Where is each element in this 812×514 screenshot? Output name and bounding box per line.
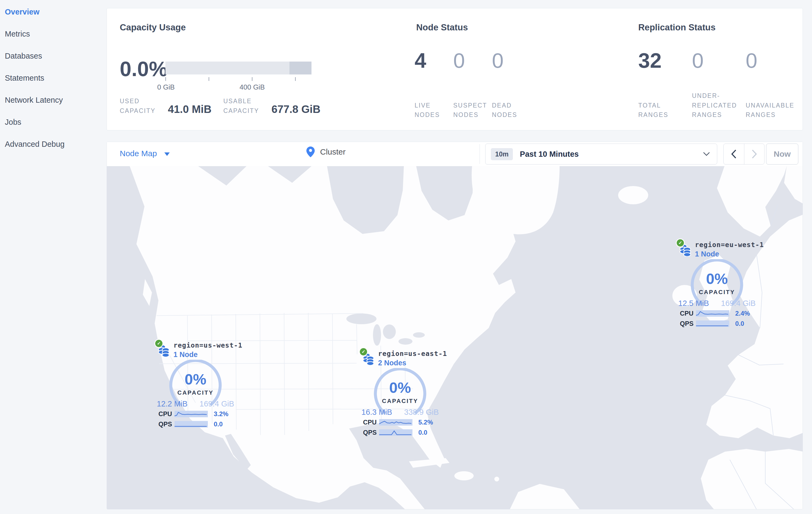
region-node-count-link[interactable]: 1 Node [173,351,198,359]
lake [373,324,381,346]
region-used-capacity: 12.5 MiB [678,299,709,308]
suspect-nodes-count: 0 [453,50,492,71]
capacity-usage-title: Capacity Usage [120,22,186,32]
usable-capacity-value: 677.8 GiB [271,104,320,116]
cpu-value: 2.4% [735,310,755,317]
lake [399,338,412,345]
sidebar-item-statements[interactable]: Statements [0,71,107,92]
time-range-badge: 10m [491,148,513,160]
region-marker-eu-west-1[interactable]: ✓ region=eu-west-1 1 Node 0% CAPACITY [677,241,757,328]
total-ranges-count: 32 [638,50,692,71]
sidebar-item-jobs[interactable]: Jobs [0,114,107,137]
time-range-label: Past 10 Minutes [520,150,579,159]
used-capacity-value: 41.0 MiB [168,104,211,116]
now-button[interactable]: Now [766,143,798,164]
breadcrumb[interactable]: Cluster [307,146,346,157]
qps-sparkline [696,320,729,327]
capacity-axis-tick [252,77,253,81]
dead-nodes-label: DEAD NODES [492,101,530,120]
region-header: ✓ region=us-east-1 2 Nodes [360,350,440,368]
cpu-sparkline [175,411,208,417]
sidebar-item-advanced-debug[interactable]: Advanced Debug [0,137,107,159]
healthy-check-icon: ✓ [155,340,163,347]
region-marker-us-west-1[interactable]: ✓ region=us-west-1 1 Node 0% CAPACITY [155,342,236,429]
capacity-axis-tick [295,77,296,81]
region-node-count-link[interactable]: 1 Node [695,250,719,258]
capacity-axis-tick [166,77,166,81]
capacity-bar-available-segment [166,61,289,75]
sidebar-item-network-latency[interactable]: Network Latency [0,92,107,114]
replication-status-title: Replication Status [638,22,716,32]
live-nodes-label: LIVE NODES [414,101,453,120]
region-name: region=us-east-1 [378,350,447,357]
sidebar-item-metrics[interactable]: Metrics [0,26,107,48]
time-next-button[interactable] [744,144,764,164]
toolbar-divider [480,144,480,164]
time-prev-button[interactable] [724,144,744,164]
sidebar-item-databases[interactable]: Databases [0,48,107,71]
cpu-label: CPU [363,418,379,426]
lake [346,314,376,324]
gauge-percent: 0% [688,270,747,288]
node-map-panel: Node Map Cluster 10m Past 10 Minutes [107,142,803,509]
chevron-right-icon [752,150,757,159]
cpu-sparkline [696,310,729,317]
qps-label: QPS [158,421,175,428]
qps-sparkline [379,429,412,436]
healthy-check-icon: ✓ [360,348,367,355]
lake [383,324,396,339]
map-geography [107,166,803,509]
region-total-capacity: 169.4 GiB [200,400,234,408]
sidebar-item-overview[interactable]: Overview [0,4,107,26]
region-node-count-link[interactable]: 2 Nodes [378,359,406,367]
cpu-sparkline [379,419,412,426]
cpu-label: CPU [680,310,696,317]
live-nodes-count: 4 [414,50,453,71]
map-toolbar: Node Map Cluster 10m Past 10 Minutes [107,142,803,166]
region-total-capacity: 169.4 GiB [721,299,756,308]
qps-label: QPS [680,320,696,327]
region-header: ✓ region=eu-west-1 1 Node [677,241,757,259]
qps-label: QPS [363,429,379,436]
view-mode-label: Node Map [120,149,157,158]
unavailable-ranges-count: 0 [746,50,800,71]
qps-value: 0.0 [735,320,755,327]
lake [413,332,425,337]
dead-nodes-count: 0 [492,50,530,71]
cpu-label: CPU [158,410,175,418]
gauge-capacity-label: CAPACITY [371,398,430,405]
region-total-capacity: 338.9 GiB [404,408,439,417]
capacity-axis-label-mid: 400 GiB [239,83,265,91]
node-status-title: Node Status [416,22,468,32]
world-map: ✓ region=us-west-1 1 Node 0% CAPACITY [107,166,803,509]
cpu-value: 3.2% [214,410,234,418]
unavailable-ranges-label: UNAVAILABLE RANGES [746,101,800,120]
region-header: ✓ region=us-west-1 1 Node [155,342,236,359]
capacity-axis-label-start: 0 GiB [157,83,175,91]
chevron-left-icon [731,150,736,159]
under-replicated-ranges-label: UNDER- REPLICATED RANGES [692,91,746,120]
region-name: region=eu-west-1 [695,241,764,249]
gauge-percent: 0% [166,371,225,388]
gauge-capacity-label: CAPACITY [166,389,225,396]
region-used-capacity: 12.2 MiB [157,400,187,408]
capacity-bar [166,61,312,75]
region-marker-us-east-1[interactable]: ✓ region=us-east-1 2 Nodes 0% CAPACITY [360,350,440,437]
time-range-dropdown[interactable]: 10m Past 10 Minutes [485,143,717,164]
island-puerto-rico [494,477,499,482]
time-pager [723,143,764,164]
used-capacity-label: USED CAPACITY [120,97,155,116]
total-ranges-label: TOTAL RANGES [638,101,692,120]
cluster-summary-panel: Capacity Usage 0.0% 0 GiB 400 GiB USED C… [107,8,803,130]
breadcrumb-cluster-label: Cluster [320,147,346,157]
region-used-capacity: 16.3 MiB [361,408,392,417]
capacity-percent-value: 0.0% [120,58,168,79]
qps-value: 0.0 [418,429,438,436]
suspect-nodes-label: SUSPECT NODES [453,101,492,120]
healthy-check-icon: ✓ [677,239,684,246]
view-mode-dropdown[interactable]: Node Map [120,149,170,158]
cpu-value: 5.2% [418,418,438,426]
region-name: region=us-west-1 [173,342,242,349]
under-replicated-ranges-count: 0 [692,50,746,71]
gauge-capacity-label: CAPACITY [688,289,747,296]
